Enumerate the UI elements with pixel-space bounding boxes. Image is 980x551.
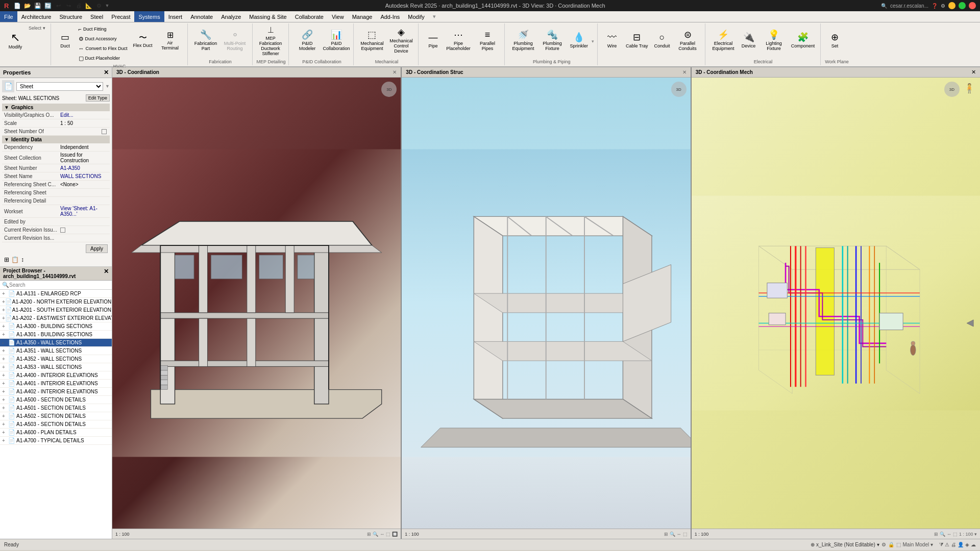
menu-modify[interactable]: Modify xyxy=(404,11,428,22)
flex-duct-btn[interactable]: 〜 Flex Duct xyxy=(131,24,155,57)
vp1-icon5[interactable]: 🔲 xyxy=(392,532,398,537)
tree-item-a402[interactable]: + 📄 A1-A402 - INTERIOR ELEVATIONS xyxy=(0,388,112,396)
menu-structure[interactable]: Structure xyxy=(55,11,86,22)
cable-tray-btn[interactable]: ⊟ Cable Tray xyxy=(623,24,651,57)
vp2-close-btn[interactable]: ✕ xyxy=(682,69,687,75)
menu-analyze[interactable]: Analyze xyxy=(217,11,245,22)
menu-context[interactable]: ▾ xyxy=(429,11,440,22)
design-options-icon[interactable]: ◈ xyxy=(965,542,969,548)
menu-addins[interactable]: Add-Ins xyxy=(376,11,404,22)
menu-collaborate[interactable]: Collaborate xyxy=(291,11,328,22)
menu-steel[interactable]: Steel xyxy=(86,11,107,22)
vp1-icon4[interactable]: ⬚ xyxy=(386,532,390,537)
mech-equipment-btn[interactable]: ⬚ Mechanical Equipment xyxy=(358,24,386,57)
properties-close-btn[interactable]: ✕ xyxy=(104,69,109,76)
tree-item-a202[interactable]: + 📄 A1-A202 - EAST/WEST EXTERIOR ELEVAT xyxy=(0,314,112,322)
pid-collab-btn[interactable]: 📊 P&ID Collaboration xyxy=(322,24,350,57)
vp2-icon3[interactable]: ↔ xyxy=(677,532,681,537)
conduit-btn[interactable]: ○ Conduit xyxy=(651,24,672,57)
sname-value[interactable]: WALL SECTIONS xyxy=(60,173,108,179)
menu-systems[interactable]: Systems xyxy=(134,11,164,22)
tree-item-a400[interactable]: + 📄 A1-A400 - INTERIOR ELEVATIONS xyxy=(0,371,112,380)
viewport-1-canvas[interactable]: 3D xyxy=(112,78,401,529)
menu-insert[interactable]: Insert xyxy=(164,11,187,22)
sheet-num-checkbox[interactable] xyxy=(102,129,107,134)
viewport-3-canvas[interactable]: 3D 🧍 xyxy=(692,78,980,529)
vp3-icon3[interactable]: ↔ xyxy=(947,532,951,537)
maximize-btn[interactable] xyxy=(959,2,966,9)
elec-equip-btn[interactable]: ⚡ Electrical Equipment xyxy=(709,24,738,57)
vp2-icon4[interactable]: ⬚ xyxy=(683,532,688,537)
browser-close-btn[interactable]: ✕ xyxy=(104,268,109,279)
tree-item-a353[interactable]: + 📄 A1-A353 - WALL SECTIONS xyxy=(0,363,112,371)
link-site-indicator[interactable]: ⊕ x_Link_Site (Not Editable) ▾ xyxy=(811,542,879,547)
prop-type-select[interactable]: Sheet xyxy=(16,82,103,91)
navigation-cube-vp3[interactable]: 3D xyxy=(944,82,960,97)
menu-precast[interactable]: Precast xyxy=(107,11,134,22)
cloud-icon[interactable]: ☁ xyxy=(971,542,976,548)
convert-flex-duct-btn[interactable]: ↔ Convert to Flex Duct xyxy=(77,44,130,53)
vp1-icon3[interactable]: ↔ xyxy=(380,532,384,537)
sprinkler-btn[interactable]: 💧 Sprinkler xyxy=(567,24,591,57)
prop-icon2[interactable]: 📋 xyxy=(11,256,19,263)
tree-item-a401[interactable]: + 📄 A1-A401 - INTERIOR ELEVATIONS xyxy=(0,380,112,388)
navigation-cube-vp2[interactable]: 3D xyxy=(671,82,687,97)
vp1-icon2[interactable]: 🔍 xyxy=(373,532,378,537)
print-status-icon[interactable]: 🖨 xyxy=(951,542,956,548)
prop-icon1[interactable]: ⊞ xyxy=(4,256,9,263)
new-btn[interactable]: 📄 xyxy=(13,1,22,10)
tree-item-a301[interactable]: + 📄 A1-A301 - BUILDING SECTIONS xyxy=(0,331,112,339)
fab-part-btn[interactable]: 🔧 Fabrication Part xyxy=(192,24,220,57)
ws-value[interactable]: View 'Sheet: A1-A350...' xyxy=(60,206,108,217)
menu-file[interactable]: File xyxy=(0,11,17,22)
tree-item-a350[interactable]: - 📄 A1-A350 - WALL SECTIONS xyxy=(0,339,112,347)
menu-architecture[interactable]: Architecture xyxy=(17,11,56,22)
minimize-btn[interactable] xyxy=(948,2,955,9)
help-btn[interactable]: ❓ xyxy=(932,3,938,9)
menu-annotate[interactable]: Annotate xyxy=(186,11,217,22)
menu-massing[interactable]: Massing & Site xyxy=(245,11,290,22)
set-btn[interactable]: ⊕ Set xyxy=(825,24,845,57)
tree-item-a201[interactable]: + 📄 A1-A201 - SOUTH EXTERIOR ELEVATION xyxy=(0,306,112,314)
qat-customize[interactable]: ▼ xyxy=(105,3,109,8)
filter-icon[interactable]: ⧩ xyxy=(939,542,943,548)
print-btn[interactable]: 🖨 xyxy=(74,1,83,10)
vp2-icon1[interactable]: ⊞ xyxy=(664,532,668,537)
modify-btn[interactable]: ↖ Modify xyxy=(5,24,26,57)
wire-btn[interactable]: 〰 Wire xyxy=(602,24,622,57)
vp3-icon2[interactable]: 🔍 xyxy=(940,532,945,537)
undo-btn[interactable]: ↩ xyxy=(54,1,63,10)
duct-fitting-btn[interactable]: ⌐ Duct Fitting xyxy=(77,24,130,34)
save-btn[interactable]: 💾 xyxy=(33,1,42,10)
pid-modeler-btn[interactable]: 🔗 P&ID Modeler xyxy=(293,24,321,57)
plumbing-expand[interactable]: ▾ xyxy=(592,39,594,44)
vp3-icon4[interactable]: ⬚ xyxy=(953,532,958,537)
lighting-fixture-btn[interactable]: 💡 Lighting Fixture xyxy=(760,24,788,57)
workset-icon[interactable]: ⚙ xyxy=(881,542,886,547)
pipe-btn[interactable]: — Pipe xyxy=(423,24,443,57)
vp1-close-btn[interactable]: ✕ xyxy=(393,69,397,75)
user-profile[interactable]: cesar.r.escalan... xyxy=(890,3,928,9)
settings-btn2[interactable]: ⚙ xyxy=(941,3,945,9)
graphics-section-header[interactable]: ▼ Graphics xyxy=(2,104,110,111)
apply-btn[interactable]: Apply xyxy=(86,244,108,253)
viewport-2-canvas[interactable]: 3D xyxy=(402,78,690,529)
tree-item-a300[interactable]: + 📄 A1-A300 - BUILDING SECTIONS xyxy=(0,322,112,331)
viewport-3-close[interactable]: ✕ xyxy=(971,69,976,76)
vis-value[interactable]: Edit... xyxy=(60,112,108,118)
air-terminal-btn[interactable]: ⊞ Air Terminal xyxy=(156,24,184,57)
sync-btn[interactable]: 🔄 xyxy=(43,1,53,10)
mech-control-btn[interactable]: ◈ Mechanical Control Device xyxy=(387,24,415,57)
tree-item-a131[interactable]: + 📄 A1-A131 - ENLARGED RCP xyxy=(0,290,112,298)
rev-issue-checkbox[interactable] xyxy=(60,228,65,233)
tree-item-a501[interactable]: + 📄 A1-A501 - SECTION DETAILS xyxy=(0,404,112,412)
menu-manage[interactable]: Manage xyxy=(348,11,377,22)
duct-placeholder-btn[interactable]: ▢ Duct Placeholder xyxy=(77,54,130,63)
parallel-conduits-btn[interactable]: ⊜ Parallel Conduits xyxy=(674,24,702,57)
multi-point-btn[interactable]: ⚬ Multi-Point Routing xyxy=(221,24,249,57)
tree-item-a352[interactable]: + 📄 A1-A352 - WALL SECTIONS xyxy=(0,355,112,363)
mep-fab-stiffener-btn[interactable]: ⟂ MEP Fabrication Ductwork Stiffener xyxy=(257,24,285,57)
plumb-equip-btn[interactable]: 🚿 Plumbing Equipment xyxy=(509,24,537,57)
vp3-icon1[interactable]: ⊞ xyxy=(934,532,938,537)
tree-item-a502[interactable]: + 📄 A1-A502 - SECTION DETAILS xyxy=(0,412,112,420)
